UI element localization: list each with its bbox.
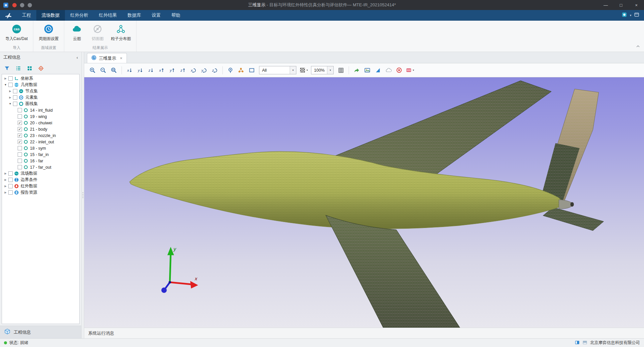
zoom-in-icon[interactable] [88,65,98,75]
tree-item-surface-14-int-fluid[interactable]: 14 - int_fluid [2,107,79,113]
tree-item-surface-18-sym[interactable]: 18 - sym [2,145,79,151]
view-x-up-icon[interactable]: x [157,65,166,75]
filter-funnel-icon[interactable] [4,65,10,71]
tab-3d-display[interactable]: 三维显示 × [87,53,127,63]
theme-dropdown-arrow-icon[interactable]: ▾ [630,14,631,17]
checkbox-surface-17-far-out[interactable] [18,165,22,169]
export-view-icon[interactable] [352,65,362,75]
tree-item-geometry-data[interactable]: ▼几何数据 [2,82,79,88]
view-y-down-icon[interactable]: y [135,65,145,75]
view-z-up-icon[interactable]: z [178,65,188,75]
menu-tab-settings[interactable]: 设置 [147,10,166,21]
list-view-icon[interactable] [15,65,21,71]
tree-item-report-resources[interactable]: ▶报告资源 [2,189,79,196]
checkbox-surface-15-far-in[interactable] [18,152,22,157]
tree-item-flow-field-data[interactable]: ▶流场数据 [2,170,79,177]
expander-open-icon[interactable]: ▼ [8,102,12,105]
expander-closed-icon[interactable]: ▶ [3,172,8,175]
menu-tab-ir-results[interactable]: 红外结果 [94,10,122,21]
ribbon-button-import-cas-dat[interactable]: cas导入Cas/Dat [3,23,30,42]
system-message-bar[interactable]: 系统运行消息 [84,328,644,338]
expander-closed-icon[interactable]: ▶ [3,77,8,80]
checkbox-surface-23-nozzle-in[interactable]: ✓ [18,133,22,138]
viewport-3d[interactable]: x y [84,77,644,328]
expander-closed-icon[interactable]: ▶ [3,191,8,194]
display-filter-combo[interactable]: All▾ [259,66,296,74]
tree-item-surface-19-wing[interactable]: 19 - wing [2,113,79,120]
window-minimize-button[interactable]: — [598,0,613,10]
menu-tab-ir-analysis[interactable]: 红外分析 [65,10,94,21]
zoom-fit-icon[interactable] [109,65,119,75]
checkbox-boundary-conditions[interactable] [8,178,13,182]
dropdown-arrow-icon[interactable]: ▾ [306,69,308,72]
tree-item-surface-23-nozzle-in[interactable]: ✓23 - nozzle_in [2,132,79,139]
expander-closed-icon[interactable]: ▶ [8,96,12,99]
menu-tab-help[interactable]: 帮助 [166,10,186,21]
checkbox-surface-21-body[interactable]: ✓ [18,127,22,131]
ribbon-button-cloud-map[interactable]: 云图 [68,23,86,42]
probe-point-icon[interactable] [225,65,235,75]
window-maximize-button[interactable]: □ [613,0,629,10]
section-plane-icon[interactable]: ▾ [405,65,415,75]
tree-item-boundary-conditions[interactable]: ▶边界条件 [2,177,79,183]
tree-item-surface-22-inlet-out[interactable]: ✓22 - inlet_out [2,139,79,145]
checkbox-infrared-data[interactable] [8,184,13,188]
toggle-bottom-panel-icon[interactable] [582,340,587,346]
ribbon-button-particle-distribution[interactable]: 粒子分布图 [109,23,133,42]
rotate-view-x-icon[interactable]: x [188,65,198,75]
tab-close-icon[interactable]: × [120,56,123,61]
checkbox-coordinate-system[interactable] [8,76,13,81]
titlebar-dot-gray-2[interactable] [28,3,32,7]
tree-item-surface-16-far[interactable]: 16 - far [2,158,79,164]
tree-item-surface-17-far-out[interactable]: 17 - far_out [2,164,79,170]
tree-item-surface-21-body[interactable]: ✓21 - body [2,126,79,132]
checkbox-surface-22-inlet-out[interactable]: ✓ [18,140,22,144]
view-y-up-icon[interactable]: y [167,65,177,75]
mesh-grid-icon[interactable] [336,65,346,75]
checkbox-geometry-data[interactable] [8,83,13,87]
cancel-selection-icon[interactable] [394,65,404,75]
tree-item-infrared-data[interactable]: ▶红外数据 [2,183,79,189]
theme-icon[interactable] [622,12,627,19]
window-close-button[interactable]: × [629,0,644,10]
panel-collapse-icon[interactable]: ‹ [77,55,78,60]
snapshot-icon[interactable] [362,65,372,75]
menu-tab-database[interactable]: 数据库 [122,10,147,21]
checkbox-flow-field-data[interactable] [8,171,13,176]
expander-closed-icon[interactable]: ▶ [3,178,8,181]
checkbox-surface-14-int-fluid[interactable] [18,108,22,112]
expander-closed-icon[interactable]: ▶ [3,185,8,188]
mirror-icon[interactable] [373,65,383,75]
tree-item-coordinate-system[interactable]: ▶坐标系 [2,75,79,82]
checkbox-surface-18-sym[interactable] [18,146,22,150]
checkbox-surface-19-wing[interactable] [18,114,22,119]
ribbon-collapse-icon[interactable] [636,43,640,49]
locate-target-icon[interactable] [38,65,44,71]
zoom-level-combo[interactable]: 100%▾ [311,66,334,74]
menu-tab-flow-data[interactable]: 流场数据 [36,10,65,21]
zoom-out-icon[interactable] [98,65,108,75]
box-select-icon[interactable] [247,65,257,75]
rotate-view-y-icon[interactable]: y [199,65,209,75]
texture-pattern-icon[interactable]: ▾ [299,65,309,75]
combo-arrow-icon[interactable]: ▾ [327,66,333,74]
tree-item-surface-20-chuiwei[interactable]: ✓20 - chuiwei [2,120,79,126]
grid-view-icon[interactable] [27,65,33,71]
combo-arrow-icon[interactable]: ▾ [290,66,296,74]
expander-closed-icon[interactable]: ▶ [8,90,12,93]
checkbox-report-resources[interactable] [8,190,13,195]
tree-item-face-set[interactable]: ▼面线集 [2,101,79,107]
titlebar-dot-gray-1[interactable] [20,3,24,7]
menu-tab-engineering[interactable]: 工程 [17,10,36,21]
tree-item-surface-15-far-in[interactable]: 15 - far_in [2,151,79,158]
toggle-left-panel-icon[interactable] [575,340,580,346]
expander-open-icon[interactable]: ▼ [3,83,8,86]
tree-item-node-set[interactable]: ▶节点集 [2,88,79,94]
panel-splitter[interactable] [81,52,84,338]
checkbox-node-set[interactable] [13,89,17,93]
rotate-view-z-icon[interactable]: z [210,65,220,75]
window-style-icon[interactable] [634,12,639,19]
checkbox-element-set[interactable] [13,95,17,100]
checkbox-surface-20-chuiwei[interactable]: ✓ [18,121,22,125]
titlebar-dot-red[interactable] [12,3,17,7]
